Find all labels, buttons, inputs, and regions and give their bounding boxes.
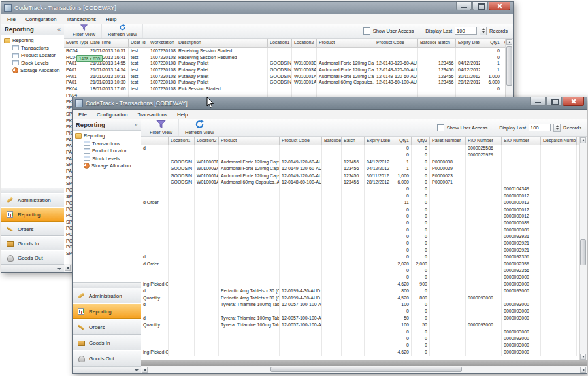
show-user-access-checkbox[interactable] — [437, 124, 444, 131]
records-count-input[interactable]: 100 — [529, 124, 551, 131]
scrollbar-thumb[interactable] — [270, 367, 462, 372]
column-header-location1[interactable]: Location1 — [169, 137, 195, 145]
close-button[interactable] — [489, 2, 510, 10]
menu-configuration[interactable]: Configuration — [25, 16, 57, 22]
nav-administration[interactable]: Administration — [1, 193, 64, 207]
column-header-date-time[interactable]: Date Time — [88, 39, 129, 47]
nav-splitter-grip[interactable] — [73, 282, 141, 288]
menu-configuration[interactable]: Configuration — [97, 112, 128, 118]
table-row[interactable]: RC0421/01/2013 16:51test1007230108Receiv… — [64, 48, 513, 54]
table-row[interactable]: 000000093921 — [141, 247, 587, 254]
tree-item-stock-levels[interactable]: Stock Levels — [73, 155, 141, 163]
table-row[interactable]: PK0418/01/2013 17:06test1007230108Pick S… — [64, 86, 513, 92]
column-header-qty1[interactable]: Qty1 — [480, 39, 502, 47]
titlebar[interactable]: CodeTrack - Transactions [CODEWAY] — [1, 2, 513, 14]
filter-view-button[interactable]: Filter View — [144, 119, 179, 136]
menu-help[interactable]: Help — [177, 112, 188, 118]
table-row[interactable]: GOODSINW010001AAudmonal Forte 120mg Caps… — [141, 173, 587, 179]
nav-reporting[interactable]: Reporting — [73, 303, 141, 319]
table-row[interactable]: 000000093000 — [141, 329, 587, 335]
table-row[interactable]: 000000000089 — [141, 227, 587, 233]
minimize-button[interactable] — [530, 97, 546, 106]
tree-item-transactions[interactable]: Transactions — [73, 140, 141, 148]
tree-item-product-locator[interactable]: Product Locator — [73, 147, 141, 155]
scrollbar-thumb[interactable] — [506, 46, 512, 86]
tree-item-transactions[interactable]: Transactions — [1, 44, 64, 52]
nav-footer[interactable] — [1, 265, 64, 272]
nav-administration[interactable]: Administration — [73, 288, 141, 303]
records-count-input[interactable]: 100 — [455, 27, 477, 35]
column-header-location2[interactable]: Location2 — [195, 137, 219, 145]
table-row[interactable]: ing Picked Order4,62000000093000 — [141, 349, 587, 356]
column-header-blank[interactable] — [141, 137, 169, 145]
table-row[interactable]: QuantityPeriactin 4mg Tablets x 30 (Cy..… — [141, 295, 587, 301]
tree-root-reporting[interactable]: Reporting — [1, 37, 64, 44]
collapse-sidebar-button[interactable]: « — [57, 26, 61, 33]
table-row[interactable]: QuantityTyvera: Thiamine 100mg Tabl...12… — [141, 322, 587, 328]
column-header-product-code[interactable]: Product Code — [374, 39, 418, 47]
column-header-location1[interactable]: Location1 — [268, 39, 292, 47]
nav-footer[interactable] — [73, 366, 141, 373]
scroll-right-icon[interactable] — [580, 367, 586, 373]
nav-reporting[interactable]: Reporting — [1, 207, 64, 222]
table-row[interactable]: 000000093921 — [141, 240, 587, 247]
column-header-expiry-date[interactable]: Expiry Date — [456, 39, 480, 47]
scrollbar-thumb[interactable] — [580, 239, 586, 265]
nav-orders[interactable]: Orders — [73, 319, 141, 335]
table-row[interactable]: 000000000012 — [141, 207, 587, 213]
column-header-qty2[interactable]: Qty2 — [412, 137, 430, 145]
menu-help[interactable]: Help — [106, 16, 116, 22]
nav-splitter-grip[interactable] — [1, 188, 64, 193]
menu-file[interactable]: File — [78, 112, 87, 118]
minimize-button[interactable] — [456, 2, 472, 10]
table-row[interactable]: 000000025929 — [141, 152, 587, 158]
maximize-button[interactable] — [472, 2, 488, 10]
table-row[interactable]: GOODSINW010003BAudmonal Forte 120mg Caps… — [141, 159, 587, 165]
column-header-product-code[interactable]: Product Code — [280, 137, 322, 145]
nav-goods-out[interactable]: Goods Out — [73, 350, 141, 366]
scroll-left-icon[interactable] — [65, 265, 71, 271]
column-header-p-o-number[interactable]: P/O Number — [466, 137, 502, 145]
nav-goods-out[interactable]: Goods Out — [1, 250, 64, 265]
column-header-s-o-number[interactable]: S/O Number — [502, 137, 541, 145]
table-row[interactable]: dTyvera: Thiamine 100mg Tabl...12-0057-1… — [141, 315, 587, 322]
column-header-qty1[interactable]: Qty1 — [393, 137, 412, 145]
table-row[interactable]: 000000093000 — [141, 342, 587, 349]
column-header-user-id[interactable]: User Id — [129, 39, 148, 47]
column-header-description[interactable]: Description — [176, 39, 268, 47]
scroll-up-icon[interactable] — [506, 39, 512, 45]
menu-file[interactable]: File — [7, 16, 16, 22]
table-row[interactable]: 000000000089 — [141, 220, 587, 226]
table-row[interactable]: PA0121/01/2013 14:55test1007230108Putawa… — [64, 60, 513, 67]
column-header-product[interactable]: Product — [317, 39, 374, 47]
table-row[interactable]: GOODSINW010001AAudmonal 60mg Capsules, A… — [141, 179, 587, 186]
table-row[interactable]: d000000092356 — [141, 254, 587, 260]
table-row[interactable]: RC0421/01/2013 16:41test1007230108Receiv… — [64, 54, 513, 61]
table-row[interactable]: PA0121/01/2013 14:54test1007230108Putawa… — [64, 67, 513, 73]
menu-transactions[interactable]: Transactions — [137, 112, 167, 118]
records-spinner[interactable] — [480, 27, 487, 35]
column-header-location2[interactable]: Location2 — [292, 39, 317, 47]
tree-item-stock-levels[interactable]: Stock Levels — [1, 60, 64, 67]
horizontal-scrollbar[interactable] — [141, 366, 587, 373]
tree-item-storage-allocation[interactable]: Storage Allocation — [1, 67, 64, 75]
records-spinner[interactable] — [553, 124, 561, 132]
column-header-workstation[interactable]: Workstation — [148, 39, 176, 47]
tree-item-product-locator[interactable]: Product Locator — [1, 52, 64, 60]
filter-view-button[interactable]: Filter View — [67, 24, 102, 38]
column-header-expiry-date[interactable]: Expiry Date — [365, 137, 393, 145]
column-header-batch[interactable]: Batch — [436, 39, 456, 47]
column-header-barcode[interactable]: Barcode — [322, 137, 342, 145]
column-header-batch[interactable]: Batch — [342, 137, 365, 145]
table-row[interactable]: 000000000012 — [141, 213, 587, 220]
scroll-left-icon[interactable] — [142, 367, 148, 373]
vertical-scrollbar[interactable] — [579, 137, 587, 360]
nav-orders[interactable]: Orders — [1, 222, 64, 236]
column-header-product[interactable]: Product — [219, 137, 280, 145]
table-row[interactable]: PA0121/01/2013 10:30test1007230108Putawa… — [64, 79, 513, 86]
maximize-button[interactable] — [546, 97, 562, 106]
refresh-view-button[interactable]: Refresh View — [179, 119, 220, 136]
tree-item-storage-allocation[interactable]: Storage Allocation — [73, 162, 141, 170]
table-row[interactable]: d Order1100000000012 — [141, 199, 587, 206]
scroll-up-icon[interactable] — [580, 137, 586, 143]
